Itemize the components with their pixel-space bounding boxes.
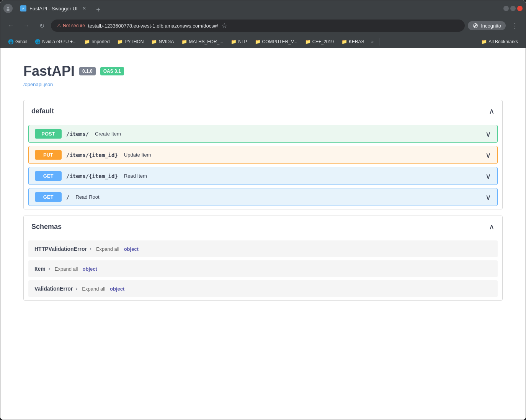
oas-badge: OAS 3.1 bbox=[100, 67, 124, 75]
bookmark-keras-label: KERAS bbox=[349, 39, 364, 44]
nvidia-folder-icon: 📁 bbox=[151, 39, 157, 44]
bookmark-maths-label: MATHS_FOR_... bbox=[189, 39, 223, 44]
address-bar[interactable]: ⚠ Not secure testalb-1233600778.eu-west-… bbox=[51, 20, 465, 32]
bookmark-nlp[interactable]: 📁 NLP bbox=[228, 38, 250, 46]
more-options-button[interactable]: ⋮ bbox=[509, 20, 521, 32]
bookmark-nvidia[interactable]: 📁 NVIDIA bbox=[148, 38, 177, 46]
reload-button[interactable]: ↻ bbox=[36, 20, 48, 32]
svg-text:F: F bbox=[23, 7, 25, 10]
endpoint-put-chevron: ∨ bbox=[485, 150, 491, 160]
bookmark-nvidia-egpu-label: Nvidia eGPU +... bbox=[42, 39, 77, 44]
bookmark-star-button[interactable]: ☆ bbox=[221, 21, 227, 30]
schema-http-validation-error-expand[interactable]: Expand all bbox=[96, 246, 119, 252]
maximize-button[interactable]: ⬜ bbox=[510, 6, 516, 11]
bookmark-nvidia-egpu[interactable]: 🌐 Nvidia eGPU +... bbox=[32, 38, 80, 46]
method-badge-put: PUT bbox=[35, 150, 62, 160]
nvidia-egpu-icon: 🌐 bbox=[35, 39, 41, 44]
bookmark-imported-label: Imported bbox=[91, 39, 109, 44]
endpoint-summary-put: Update Item bbox=[124, 152, 151, 158]
swagger-title-row: FastAPI 0.1.0 OAS 3.1 bbox=[23, 63, 503, 79]
endpoint-post-items[interactable]: POST /items/ Create Item ∨ bbox=[28, 125, 498, 143]
schema-http-validation-error[interactable]: HTTPValidationError › Expand all object bbox=[28, 240, 498, 257]
endpoint-path-put: /items/{item_id} bbox=[66, 152, 118, 158]
page-content: FastAPI 0.1.0 OAS 3.1 /openapi.json defa… bbox=[0, 48, 526, 420]
endpoint-path-post: /items/ bbox=[66, 131, 89, 137]
active-tab[interactable]: F FastAPI - Swagger UI ✕ bbox=[16, 2, 92, 15]
schema-validation-error-expand[interactable]: Expand all bbox=[82, 286, 105, 292]
bookmark-keras[interactable]: 📁 KERAS bbox=[338, 38, 368, 46]
tab-close-button[interactable]: ✕ bbox=[81, 5, 88, 12]
method-badge-get-root: GET bbox=[35, 192, 62, 202]
default-section-title: default bbox=[31, 107, 54, 115]
schema-http-validation-error-type: object bbox=[124, 246, 139, 252]
close-button[interactable]: ✕ bbox=[517, 6, 523, 11]
nlp-folder-icon: 📁 bbox=[231, 39, 237, 44]
bookmark-computer-v[interactable]: 📁 COMPUTER_V... bbox=[252, 38, 301, 46]
schema-item[interactable]: Item › Expand all object bbox=[28, 260, 498, 277]
default-section-chevron: ∧ bbox=[489, 106, 495, 116]
method-badge-get-id: GET bbox=[35, 171, 62, 181]
svg-point-1 bbox=[7, 7, 9, 9]
all-bookmarks-label: All Bookmarks bbox=[488, 39, 518, 44]
schema-validation-error-name: ValidationError bbox=[34, 286, 73, 292]
schema-item-type: object bbox=[83, 266, 97, 272]
endpoint-get-id-row: GET /items/{item_id} Read Item ∨ bbox=[29, 167, 497, 185]
tab-bar: F FastAPI - Swagger UI ✕ + bbox=[16, 2, 500, 15]
schemas-section-header[interactable]: Schemas ∧ bbox=[24, 216, 502, 237]
warning-icon: ⚠ bbox=[57, 23, 61, 28]
endpoint-get-root-row: GET / Read Root ∨ bbox=[29, 188, 497, 206]
bookmark-python-label: PYTHON bbox=[124, 39, 144, 44]
endpoint-put-items[interactable]: PUT /items/{item_id} Update Item ∨ bbox=[28, 146, 498, 164]
incognito-label: Incognito bbox=[481, 23, 501, 29]
schema-item-expand[interactable]: Expand all bbox=[55, 266, 78, 272]
endpoint-put-left: PUT /items/{item_id} Update Item bbox=[35, 150, 151, 160]
endpoint-put-row: PUT /items/{item_id} Update Item ∨ bbox=[29, 146, 497, 163]
svg-point-2 bbox=[7, 9, 10, 11]
schema-validation-error[interactable]: ValidationError › Expand all object bbox=[28, 280, 498, 297]
incognito-icon bbox=[472, 23, 479, 29]
version-badge: 0.1.0 bbox=[79, 67, 96, 75]
tab-favicon: F bbox=[20, 5, 26, 11]
default-section-header[interactable]: default ∧ bbox=[24, 100, 502, 122]
schema-item-name: Item bbox=[34, 266, 46, 272]
more-bookmarks-button[interactable]: » bbox=[369, 38, 376, 46]
schema-http-validation-error-name: HTTPValidationError bbox=[34, 246, 87, 252]
bookmarks-bar: 🌐 Gmail 🌐 Nvidia eGPU +... 📁 Imported 📁 … bbox=[0, 35, 526, 48]
imported-folder-icon: 📁 bbox=[84, 39, 90, 44]
bookmark-nlp-label: NLP bbox=[238, 39, 247, 44]
window-controls bbox=[3, 4, 13, 13]
swagger-title: FastAPI bbox=[23, 63, 75, 79]
bookmark-imported[interactable]: 📁 Imported bbox=[81, 38, 113, 46]
endpoint-post-row: POST /items/ Create Item ∨ bbox=[29, 125, 497, 142]
bookmark-cpp-label: C++_2019 bbox=[312, 39, 334, 44]
endpoint-get-id-chevron: ∨ bbox=[485, 172, 491, 181]
nav-bar: ← → ↻ ⚠ Not secure testalb-1233600778.eu… bbox=[0, 16, 526, 35]
all-bookmarks-folder-icon: 📁 bbox=[481, 39, 487, 44]
not-secure-label: Not secure bbox=[63, 23, 85, 28]
incognito-button[interactable]: Incognito bbox=[468, 21, 506, 30]
tab-title: FastAPI - Swagger UI bbox=[29, 6, 78, 11]
bookmark-gmail-label: Gmail bbox=[15, 39, 27, 44]
bookmark-gmail[interactable]: 🌐 Gmail bbox=[5, 38, 30, 46]
python-folder-icon: 📁 bbox=[117, 39, 123, 44]
endpoint-get-root[interactable]: GET / Read Root ∨ bbox=[28, 188, 498, 206]
not-secure-indicator: ⚠ Not secure bbox=[57, 23, 85, 28]
profile-icon[interactable] bbox=[3, 4, 13, 13]
endpoint-path-get-root: / bbox=[66, 194, 69, 200]
schema-validation-error-arrow: › bbox=[76, 286, 77, 291]
all-bookmarks-button[interactable]: 📁 All Bookmarks bbox=[478, 38, 521, 46]
bookmark-python[interactable]: 📁 PYTHON bbox=[114, 38, 147, 46]
openapi-link[interactable]: /openapi.json bbox=[23, 82, 53, 87]
bookmark-cpp[interactable]: 📁 C++_2019 bbox=[302, 38, 337, 46]
new-tab-button[interactable]: + bbox=[93, 4, 104, 15]
bookmark-maths[interactable]: 📁 MATHS_FOR_... bbox=[178, 38, 226, 46]
forward-button[interactable]: → bbox=[20, 20, 33, 32]
endpoint-get-id-left: GET /items/{item_id} Read Item bbox=[35, 171, 147, 181]
schema-item-arrow: › bbox=[49, 266, 50, 271]
cpp-folder-icon: 📁 bbox=[305, 39, 311, 44]
bookmarks-separator bbox=[379, 38, 379, 46]
back-button[interactable]: ← bbox=[5, 20, 17, 32]
endpoint-get-items-id[interactable]: GET /items/{item_id} Read Item ∨ bbox=[28, 167, 498, 185]
title-bar: F FastAPI - Swagger UI ✕ + — ⬜ ✕ bbox=[0, 0, 526, 16]
minimize-button[interactable]: — bbox=[503, 6, 509, 11]
